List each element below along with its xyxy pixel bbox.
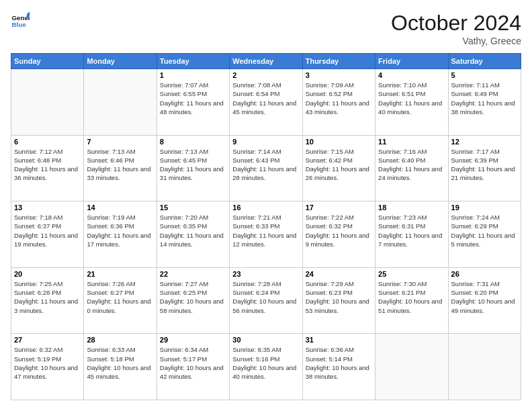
calendar-week-4: 20Sunrise: 7:25 AMSunset: 6:28 PMDayligh… — [11, 267, 521, 334]
sunset: Sunset: 6:49 PM — [451, 89, 518, 98]
sunset: Sunset: 6:35 PM — [160, 222, 226, 230]
sunrise: Sunrise: 7:12 AM — [14, 147, 81, 156]
day-info: Sunrise: 7:24 AMSunset: 6:29 PMDaylight:… — [451, 213, 518, 248]
sunrise: Sunrise: 7:14 AM — [232, 147, 299, 156]
day-number: 25 — [378, 270, 445, 278]
sunrise: Sunrise: 6:36 AM — [306, 345, 372, 354]
calendar-cell: 22Sunrise: 7:27 AMSunset: 6:25 PMDayligh… — [157, 267, 229, 334]
sunrise: Sunrise: 7:31 AM — [451, 279, 518, 288]
calendar-cell: 7Sunrise: 7:13 AMSunset: 6:46 PMDaylight… — [84, 135, 157, 201]
daylight: Daylight: 10 hours and 49 minutes. — [451, 297, 518, 315]
sunrise: Sunrise: 7:28 AM — [232, 279, 299, 288]
daylight: Daylight: 10 hours and 38 minutes. — [306, 363, 372, 381]
sunrise: Sunrise: 7:13 AM — [160, 147, 226, 156]
calendar-table: SundayMondayTuesdayWednesdayThursdayFrid… — [11, 53, 521, 400]
sunrise: Sunrise: 6:35 AM — [232, 345, 299, 354]
calendar-cell: 24Sunrise: 7:29 AMSunset: 6:23 PMDayligh… — [302, 267, 375, 334]
sunrise: Sunrise: 7:13 AM — [87, 147, 153, 156]
calendar-cell: 9Sunrise: 7:14 AMSunset: 6:43 PMDaylight… — [230, 135, 302, 201]
weekday-header-monday: Monday — [84, 54, 157, 69]
day-number: 15 — [160, 203, 226, 212]
day-number: 16 — [232, 203, 299, 212]
day-number: 12 — [451, 138, 518, 146]
calendar-cell: 31Sunrise: 6:36 AMSunset: 5:14 PMDayligh… — [302, 334, 375, 400]
calendar-cell — [11, 69, 84, 136]
sunset: Sunset: 6:23 PM — [306, 288, 372, 297]
sunset: Sunset: 6:36 PM — [87, 222, 153, 230]
calendar-cell: 3Sunrise: 7:09 AMSunset: 6:52 PMDaylight… — [302, 69, 375, 136]
sunrise: Sunrise: 7:29 AM — [306, 279, 372, 288]
calendar-cell: 13Sunrise: 7:18 AMSunset: 6:37 PMDayligh… — [11, 201, 84, 268]
daylight: Daylight: 10 hours and 56 minutes. — [232, 297, 299, 315]
svg-text:Blue: Blue — [11, 21, 26, 28]
daylight: Daylight: 11 hours and 3 minutes. — [14, 297, 81, 315]
weekday-header-friday: Friday — [375, 54, 448, 69]
day-number: 26 — [451, 270, 518, 278]
daylight: Daylight: 11 hours and 33 minutes. — [87, 165, 153, 183]
daylight: Daylight: 11 hours and 9 minutes. — [306, 231, 372, 249]
day-number: 14 — [87, 203, 153, 212]
svg-marker-3 — [27, 11, 30, 14]
sunset: Sunset: 6:21 PM — [378, 288, 445, 297]
day-number: 1 — [160, 71, 226, 79]
sunset: Sunset: 6:42 PM — [306, 156, 372, 165]
sunset: Sunset: 6:32 PM — [306, 222, 372, 230]
day-info: Sunrise: 6:35 AMSunset: 5:16 PMDaylight:… — [232, 345, 299, 381]
day-info: Sunrise: 7:11 AMSunset: 6:49 PMDaylight:… — [451, 81, 518, 116]
daylight: Daylight: 11 hours and 45 minutes. — [232, 99, 299, 117]
calendar-cell: 4Sunrise: 7:10 AMSunset: 6:51 PMDaylight… — [375, 69, 448, 136]
sunset: Sunset: 6:52 PM — [306, 89, 372, 98]
sunrise: Sunrise: 7:20 AM — [160, 213, 226, 222]
calendar-cell: 14Sunrise: 7:19 AMSunset: 6:36 PMDayligh… — [84, 201, 157, 268]
page: General Blue October 2024 Vathy, Greece … — [0, 0, 532, 411]
daylight: Daylight: 11 hours and 43 minutes. — [306, 99, 372, 117]
daylight: Daylight: 10 hours and 42 minutes. — [160, 363, 226, 381]
sunrise: Sunrise: 6:32 AM — [14, 345, 81, 354]
location-subtitle: Vathy, Greece — [391, 36, 521, 46]
day-info: Sunrise: 7:08 AMSunset: 6:54 PMDaylight:… — [232, 81, 299, 116]
day-number: 11 — [378, 138, 445, 146]
sunset: Sunset: 6:45 PM — [160, 156, 226, 165]
calendar-cell: 23Sunrise: 7:28 AMSunset: 6:24 PMDayligh… — [230, 267, 302, 334]
day-info: Sunrise: 7:13 AMSunset: 6:46 PMDaylight:… — [87, 147, 153, 183]
day-info: Sunrise: 6:33 AMSunset: 5:18 PMDaylight:… — [87, 345, 153, 381]
daylight: Daylight: 11 hours and 0 minutes. — [87, 297, 153, 315]
day-info: Sunrise: 7:18 AMSunset: 6:37 PMDaylight:… — [14, 213, 81, 248]
calendar-week-3: 13Sunrise: 7:18 AMSunset: 6:37 PMDayligh… — [11, 201, 521, 268]
sunset: Sunset: 6:43 PM — [232, 156, 299, 165]
day-info: Sunrise: 7:31 AMSunset: 6:20 PMDaylight:… — [451, 279, 518, 315]
sunrise: Sunrise: 7:10 AM — [378, 81, 445, 89]
day-info: Sunrise: 7:27 AMSunset: 6:25 PMDaylight:… — [160, 279, 226, 315]
daylight: Daylight: 10 hours and 40 minutes. — [232, 363, 299, 381]
calendar-cell — [375, 334, 448, 400]
day-info: Sunrise: 7:25 AMSunset: 6:28 PMDaylight:… — [14, 279, 81, 315]
sunrise: Sunrise: 7:24 AM — [451, 213, 518, 222]
sunset: Sunset: 6:55 PM — [160, 89, 226, 98]
daylight: Daylight: 11 hours and 31 minutes. — [160, 165, 226, 183]
sunset: Sunset: 6:28 PM — [14, 288, 81, 297]
calendar-cell: 10Sunrise: 7:15 AMSunset: 6:42 PMDayligh… — [302, 135, 375, 201]
sunrise: Sunrise: 7:23 AM — [378, 213, 445, 222]
calendar-cell: 27Sunrise: 6:32 AMSunset: 5:19 PMDayligh… — [11, 334, 84, 400]
day-info: Sunrise: 7:12 AMSunset: 6:48 PMDaylight:… — [14, 147, 81, 183]
daylight: Daylight: 10 hours and 45 minutes. — [87, 363, 153, 381]
daylight: Daylight: 11 hours and 40 minutes. — [378, 99, 445, 117]
daylight: Daylight: 10 hours and 58 minutes. — [160, 297, 226, 315]
sunset: Sunset: 6:51 PM — [378, 89, 445, 98]
sunset: Sunset: 6:54 PM — [232, 89, 299, 98]
daylight: Daylight: 11 hours and 21 minutes. — [451, 165, 518, 183]
calendar-cell: 8Sunrise: 7:13 AMSunset: 6:45 PMDaylight… — [157, 135, 229, 201]
daylight: Daylight: 11 hours and 24 minutes. — [378, 165, 445, 183]
weekday-header-saturday: Saturday — [448, 54, 521, 69]
calendar-cell — [84, 69, 157, 136]
sunset: Sunset: 6:24 PM — [232, 288, 299, 297]
calendar-cell: 15Sunrise: 7:20 AMSunset: 6:35 PMDayligh… — [157, 201, 229, 268]
day-number: 19 — [451, 203, 518, 212]
day-info: Sunrise: 7:26 AMSunset: 6:27 PMDaylight:… — [87, 279, 153, 315]
calendar-cell: 25Sunrise: 7:30 AMSunset: 6:21 PMDayligh… — [375, 267, 448, 334]
day-info: Sunrise: 7:22 AMSunset: 6:32 PMDaylight:… — [306, 213, 372, 248]
logo: General Blue — [11, 11, 30, 30]
day-number: 30 — [232, 336, 299, 344]
day-info: Sunrise: 7:23 AMSunset: 6:31 PMDaylight:… — [378, 213, 445, 248]
sunset: Sunset: 6:20 PM — [451, 288, 518, 297]
